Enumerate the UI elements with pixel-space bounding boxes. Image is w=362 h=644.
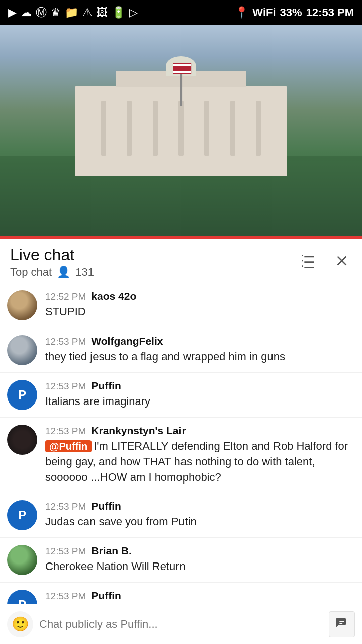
- wifi-icon: WiFi: [252, 6, 276, 19]
- cloud-icon: ☁: [21, 6, 32, 19]
- folder-icon: 📁: [65, 6, 78, 19]
- image-icon: 🖼: [97, 6, 108, 19]
- message-content: 12:53 PM Brian B. Cherokee Nation Will R…: [45, 545, 353, 575]
- battery-text: 33%: [280, 6, 302, 19]
- location-icon: 📍: [235, 6, 248, 19]
- chat-sub-header: Top chat 👤 131: [10, 266, 94, 279]
- chat-messages: 12:52 PM kaos 42o STUPID 12:53 PM Wolfga…: [0, 283, 362, 644]
- table-row: 12:53 PM Brian B. Cherokee Nation Will R…: [0, 538, 362, 583]
- message-content: 12:53 PM Puffin Judas can save you from …: [45, 500, 353, 530]
- msg-text: Cherokee Nation Will Return: [45, 559, 353, 575]
- chat-header-left: Live chat Top chat 👤 131: [10, 246, 94, 279]
- play-icon: ▶: [8, 6, 17, 19]
- msg-text: @PuffinI'm LITERALLY defending Elton and…: [45, 439, 353, 485]
- msg-author: kaos 42o: [91, 290, 136, 302]
- table-row: P 12:53 PM Puffin Italians are imaginary: [0, 373, 362, 418]
- viewer-count: 131: [75, 266, 94, 279]
- msg-author: Brian B.: [91, 545, 132, 557]
- emoji-icon: 🙂: [12, 616, 29, 632]
- status-bar-right: 📍 WiFi 33% 12:53 PM: [235, 6, 354, 19]
- msg-author: Puffin: [91, 500, 121, 512]
- msg-time: 12:53 PM: [45, 546, 86, 557]
- message-content: 12:53 PM WolfgangFelix they tied jesus t…: [45, 335, 353, 365]
- msg-author: Puffin: [91, 590, 121, 602]
- avatar: [7, 425, 37, 455]
- crown-icon: ♛: [51, 6, 61, 19]
- viewer-icon: 👤: [57, 266, 70, 279]
- send-button[interactable]: [329, 611, 355, 637]
- msg-text: STUPID: [45, 304, 353, 320]
- chat-title: Live chat: [10, 246, 94, 264]
- send-icon: [335, 616, 349, 633]
- message-content: 12:53 PM Puffin Italians are imaginary: [45, 380, 353, 410]
- msg-text: Italians are imaginary: [45, 394, 353, 410]
- msg-time: 12:53 PM: [45, 426, 86, 437]
- close-button[interactable]: [332, 251, 352, 274]
- emoji-button[interactable]: 🙂: [7, 611, 33, 637]
- play2-icon: ▷: [129, 6, 138, 19]
- avatar: [7, 545, 37, 575]
- msg-time: 12:53 PM: [45, 336, 86, 347]
- table-row: 12:53 PM WolfgangFelix they tied jesus t…: [0, 328, 362, 373]
- msg-author: WolfgangFelix: [91, 335, 163, 347]
- table-row: 12:53 PM Krankynstyn's Lair @PuffinI'm L…: [0, 418, 362, 493]
- avatar: P: [7, 500, 37, 530]
- chat-input-bar: 🙂: [0, 604, 362, 644]
- avatar: P: [7, 380, 37, 410]
- warning-icon: ⚠: [82, 6, 93, 19]
- time-display: 12:53 PM: [306, 6, 354, 19]
- msg-time: 12:53 PM: [45, 381, 86, 392]
- table-row: 12:52 PM kaos 42o STUPID: [0, 283, 362, 328]
- msg-text: they tied jesus to a flag and wrapped hi…: [45, 349, 353, 365]
- msg-time: 12:52 PM: [45, 291, 86, 302]
- status-bar-left: ▶ ☁ Ⓜ ♛ 📁 ⚠ 🖼 🔋 ▷: [8, 5, 138, 20]
- filter-button[interactable]: [298, 251, 318, 274]
- top-chat-label: Top chat: [10, 266, 52, 279]
- status-bar: ▶ ☁ Ⓜ ♛ 📁 ⚠ 🖼 🔋 ▷ 📍 WiFi 33% 12:53 PM: [0, 0, 362, 25]
- battery2-icon: 🔋: [112, 6, 125, 19]
- msg-time: 12:53 PM: [45, 501, 86, 512]
- chat-header: Live chat Top chat 👤 131: [0, 239, 362, 283]
- table-row: P 12:53 PM Puffin Judas can save you fro…: [0, 493, 362, 538]
- mastodon-icon: Ⓜ: [36, 5, 47, 20]
- avatar: [7, 335, 37, 365]
- msg-text: Judas can save you from Putin: [45, 514, 353, 530]
- msg-author: Krankynstyn's Lair: [91, 425, 186, 437]
- msg-time: 12:53 PM: [45, 591, 86, 602]
- msg-author: Puffin: [91, 380, 121, 392]
- avatar: [7, 290, 37, 320]
- message-content: 12:52 PM kaos 42o STUPID: [45, 290, 353, 320]
- chat-header-icons: [298, 251, 352, 274]
- chat-input[interactable]: [39, 611, 323, 637]
- video-player[interactable]: [0, 25, 362, 236]
- message-content: 12:53 PM Krankynstyn's Lair @PuffinI'm L…: [45, 425, 353, 485]
- mention-tag: @Puffin: [45, 440, 92, 452]
